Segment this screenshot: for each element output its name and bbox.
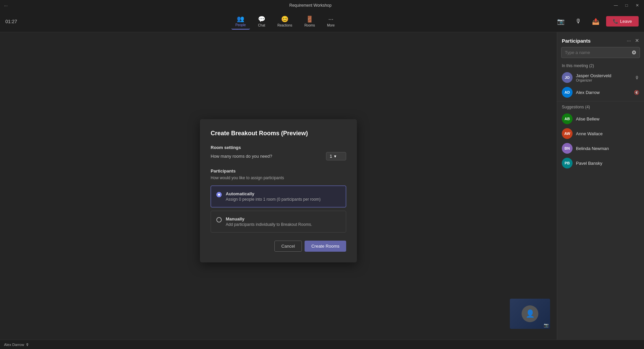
mic-btn[interactable]: 🎙: [571, 16, 585, 27]
auto-radio[interactable]: [216, 192, 222, 197]
manual-option-desc: Add participants individually to Breakou…: [226, 222, 312, 227]
status-mic-icon: 🎙: [25, 343, 29, 347]
mic-status-jasper: 🎙: [635, 75, 639, 80]
panel-more-icon[interactable]: ···: [627, 38, 631, 44]
suggestions-header: Suggestions (4): [557, 103, 644, 111]
participant-name-belinda: Belinda Newman: [576, 146, 639, 151]
room-settings-section: Room settings How many rooms do you need…: [211, 145, 346, 160]
room-count-value: 1: [330, 154, 332, 159]
chat-icon: 💬: [258, 15, 265, 23]
create-rooms-button[interactable]: Create Rooms: [305, 241, 346, 252]
mic-status-alex: 🔇: [634, 90, 639, 95]
reactions-icon: 😊: [281, 15, 288, 23]
room-count-row: How many rooms do you need? 1 ▾: [211, 152, 346, 160]
dialog-actions: Cancel Create Rooms: [211, 241, 346, 252]
avatar-jasper: JO: [562, 72, 573, 83]
toolbar: 01:27 👥 People 💬 Chat 😊 Reactions 🚪 Room…: [0, 11, 644, 32]
window-controls: — □ ✕: [613, 3, 640, 8]
participants-question: How would you like to assign participant…: [211, 176, 346, 180]
search-input[interactable]: [565, 50, 629, 55]
avatar-alise: AB: [562, 113, 573, 124]
status-username: Alex Darrow: [4, 343, 24, 347]
toolbar-right: 📷 🎙 📤 📞 Leave: [553, 16, 639, 27]
toolbar-chat-btn[interactable]: 💬 Chat: [254, 13, 269, 29]
panel-header-icons: ··· ✕: [627, 38, 639, 44]
title-bar: ··· Requirement Workshop — □ ✕: [0, 0, 644, 11]
participant-pavel[interactable]: PB Pavel Bansky: [557, 156, 644, 170]
camera-btn[interactable]: 📷: [553, 16, 569, 27]
more-icon: ···: [328, 16, 333, 23]
participant-role-jasper: Organizer: [576, 78, 632, 82]
participant-anne[interactable]: AW Anne Wallace: [557, 126, 644, 141]
in-meeting-header: In this meeting (2): [557, 61, 644, 70]
participants-section-label: Participants: [211, 168, 346, 173]
video-avatar: 👤: [522, 305, 538, 322]
manual-option-card[interactable]: Manually Add participants individually t…: [211, 211, 346, 233]
timer: 01:27: [5, 19, 17, 24]
leave-label: Leave: [620, 19, 632, 24]
toolbar-center: 👥 People 💬 Chat 😊 Reactions 🚪 Rooms ··· …: [231, 13, 339, 30]
participant-jasper[interactable]: JO Jasper Oosterveld Organizer 🎙: [557, 70, 644, 85]
participant-name-alise: Alise Bellew: [576, 116, 639, 121]
close-button[interactable]: ✕: [635, 3, 640, 8]
participant-info-alex: Alex Darrow: [576, 90, 631, 95]
toolbar-chat-label: Chat: [258, 23, 265, 27]
manual-option-content: Manually Add participants individually t…: [226, 216, 312, 227]
people-icon: 👥: [237, 15, 244, 22]
auto-option-content: Automatically Assign 0 people into 1 roo…: [226, 191, 321, 202]
participant-info-anne: Anne Wallace: [576, 131, 639, 136]
room-count-question: How many rooms do you need?: [211, 154, 272, 159]
participant-info-alise: Alise Bellew: [576, 116, 639, 121]
dropdown-chevron-icon: ▾: [334, 154, 336, 159]
participant-alex[interactable]: AD Alex Darrow 🔇: [557, 85, 644, 100]
toolbar-reactions-label: Reactions: [277, 23, 292, 27]
mic-icon: 🎙: [575, 18, 581, 25]
search-settings-icon[interactable]: ⚙: [632, 49, 636, 56]
participant-alise[interactable]: AB Alise Bellew: [557, 111, 644, 126]
minimize-button[interactable]: —: [613, 3, 619, 8]
video-cam-icon[interactable]: 📷: [544, 323, 549, 328]
toolbar-rooms-btn[interactable]: 🚪 Rooms: [300, 13, 319, 29]
participant-info-pavel: Pavel Bansky: [576, 161, 639, 166]
video-preview: 👤 📷: [510, 299, 550, 329]
auto-option-title: Automatically: [226, 191, 321, 196]
dialog-title: Create Breakout Rooms (Preview): [211, 130, 346, 137]
avatar-alex: AD: [562, 87, 573, 98]
maximize-button[interactable]: □: [624, 3, 629, 8]
participant-info-belinda: Belinda Newman: [576, 146, 639, 151]
panel-title: Participants: [562, 38, 591, 44]
manual-radio[interactable]: [216, 217, 222, 222]
app-menu-dots[interactable]: ···: [4, 3, 8, 8]
toolbar-reactions-btn[interactable]: 😊 Reactions: [273, 13, 296, 29]
panel-header: Participants ··· ✕: [557, 32, 644, 47]
main-area: Create Breakout Rooms (Preview) Room set…: [0, 32, 557, 349]
toolbar-rooms-label: Rooms: [304, 23, 315, 27]
search-box: ⚙: [561, 47, 640, 58]
toolbar-people-btn[interactable]: 👥 People: [231, 13, 250, 30]
room-count-select[interactable]: 1 ▾: [326, 152, 346, 160]
share-btn[interactable]: 📤: [588, 16, 603, 27]
camera-icon: 📷: [557, 18, 565, 25]
participant-name-alex: Alex Darrow: [576, 90, 631, 95]
cancel-button[interactable]: Cancel: [274, 241, 302, 252]
window-title: Requirement Workshop: [289, 3, 332, 8]
manual-option-title: Manually: [226, 216, 312, 221]
participants-panel: Participants ··· ✕ ⚙ In this meeting (2)…: [557, 32, 644, 349]
toolbar-more-label: More: [327, 23, 335, 27]
participant-name-anne: Anne Wallace: [576, 131, 639, 136]
leave-button[interactable]: 📞 Leave: [606, 16, 639, 27]
avatar-anne: AW: [562, 128, 573, 139]
breakout-rooms-dialog: Create Breakout Rooms (Preview) Room set…: [200, 119, 357, 262]
panel-close-icon[interactable]: ✕: [635, 38, 639, 44]
participant-belinda[interactable]: BN Belinda Newman: [557, 141, 644, 156]
leave-icon: 📞: [613, 19, 618, 24]
room-settings-label: Room settings: [211, 145, 346, 150]
share-icon: 📤: [592, 18, 599, 25]
participant-info-jasper: Jasper Oosterveld Organizer: [576, 73, 632, 82]
toolbar-more-btn[interactable]: ··· More: [323, 14, 339, 29]
status-bar: Alex Darrow 🎙: [0, 340, 644, 349]
auto-option-desc: Assign 0 people into 1 room (0 participa…: [226, 197, 321, 202]
avatar-belinda: BN: [562, 143, 573, 154]
video-preview-inner: 👤 📷: [510, 299, 550, 329]
auto-option-card[interactable]: Automatically Assign 0 people into 1 roo…: [211, 186, 346, 207]
